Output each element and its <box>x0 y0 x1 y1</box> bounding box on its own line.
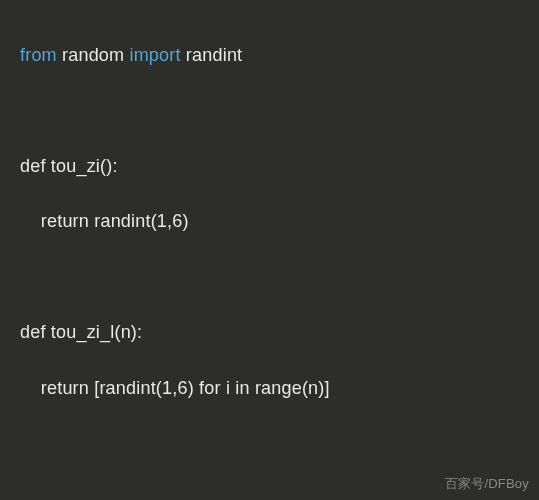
code-line: from random import randint <box>20 42 519 70</box>
code-text: randint <box>181 45 243 65</box>
code-line: def tou_zi_l(n): <box>20 319 519 347</box>
keyword-import: import <box>129 45 180 65</box>
code-text: random <box>57 45 130 65</box>
code-line: def tou_zi(): <box>20 153 519 181</box>
blank-line <box>20 431 519 458</box>
blank-line <box>20 264 519 291</box>
code-line: return randint(1,6) <box>20 208 519 236</box>
keyword-from: from <box>20 45 57 65</box>
blank-line <box>20 98 519 125</box>
code-line: return [randint(1,6) for i in range(n)] <box>20 375 519 403</box>
watermark: 百家号/DFBoy <box>445 474 529 494</box>
code-snippet: from random import randint def tou_zi():… <box>20 14 519 500</box>
